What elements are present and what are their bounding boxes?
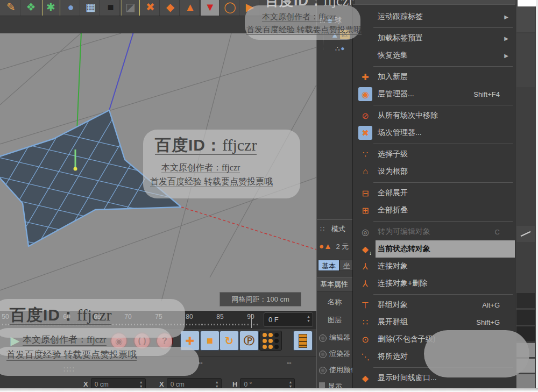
keyframe-dots-button[interactable] [259,331,282,351]
frame-stepper[interactable]: ▲▼ [307,315,310,323]
grid-spacing-label: 网格间距：100 cm [220,292,301,307]
particles-blob-icon: ● [341,45,344,52]
menu-item-0[interactable]: 运动跟踪标签▶ [353,8,515,25]
rotate-tool-button[interactable]: ↻ [220,331,239,351]
attribute-row-4[interactable]: 使用颜色 [319,365,355,375]
watermark-line3-center: 首发百度经验 转载要点赞投票哦 [150,176,273,188]
menu-item-label: 层管理器... [378,89,414,99]
panel-block [516,293,535,308]
timeline-frame-90[interactable]: 90 [243,313,259,320]
menu-item-label: 设为根部 [378,167,408,176]
menu-item-3[interactable]: 恢复选集▶ [353,47,515,64]
watermark-line3-bottom: 首发百度经验 转载要点赞投票哦 [6,348,137,361]
coord-system-button[interactable]: Ⓟ [239,331,259,351]
menu-item-8[interactable]: ⊘从所有场次中移除 [353,107,515,124]
spline-preview-block [516,226,535,242]
expand-group-icon: ∷ [358,315,372,329]
tab-coord[interactable]: 坐 [339,260,354,271]
tab-basic[interactable]: 基本 [318,260,339,271]
menu-item-label: 加入新层 [378,72,408,82]
frame-number-field[interactable]: 0 F ▲▼ [264,312,313,327]
watermark-big-center: 百度ID：ffjczr [155,134,257,156]
menu-item-label: 全部展开 [378,188,408,198]
menu-item-label: 转为可编辑对象 [378,227,430,237]
coord-axis-label: H [232,380,237,388]
menu-item-6[interactable]: ◉层管理器...Shift+F4 [353,85,515,103]
make-editable-icon: ◎ [358,225,372,239]
menu-item-9[interactable]: ✖场次管理器... [353,124,515,141]
spline-pen-icon[interactable]: ✎ [2,0,20,16]
menu-item-label: 全部折叠 [378,205,408,215]
menu-item-label: 运动跟踪标签 [378,12,423,22]
menu-item-15[interactable]: ⊞全部折叠 [353,202,515,219]
spline-curve-icon [521,231,531,237]
mode-header[interactable]: ∷ 模式 [320,224,355,234]
menu-item-19[interactable]: ⅄连接对象 [353,258,515,275]
section-basic-properties[interactable]: 基本属性 [317,277,355,292]
camera-tool-icon[interactable]: ■ [102,0,120,16]
menu-shortcut: C [495,228,500,236]
timeline-frame-85[interactable]: 85 [212,313,228,320]
dots-grid-icon: ∷ [320,225,325,233]
coord-stepper[interactable]: ▲▼ [139,380,143,389]
menu-item-11[interactable]: ∵选择子级 [353,146,515,163]
green-primitive-alt-icon[interactable]: ✱ [42,0,60,16]
menu-item-17[interactable]: ◎转为可编辑对象C [353,223,515,240]
x-axis-red [181,207,316,250]
attribute-row-0[interactable]: 名称 [328,297,355,307]
attribute-manager-panel: ∷ 模式 ●▲ 2 元 基本坐 基本属性 名称图层编辑器渲染器使用颜色显示 [316,219,355,392]
menu-item-20[interactable]: ⅄连接对象+删除 [353,275,515,292]
radio-icon[interactable] [319,367,327,374]
green-primitive-icon[interactable]: ❖ [22,0,40,16]
coord-stepper[interactable]: ▲▼ [215,380,219,389]
menu-item-label: 连接对象 [378,261,408,271]
cube-tool-icon[interactable]: ◪ [122,0,140,16]
current-state-to-object-icon: ◆↓ [358,242,372,256]
watermark-big-cut: 百度ID：ffjczr [265,0,353,10]
menu-separator [353,141,515,146]
right-side-panel-strip [515,0,536,392]
menu-item-23[interactable]: ∷展开群组Shift+G [353,313,515,331]
checkbox-icon[interactable] [319,382,325,388]
radio-icon[interactable] [319,334,327,342]
radio-icon[interactable] [319,351,327,358]
object-origin-dot [74,167,77,171]
panel-block [516,6,535,32]
array-tool-icon[interactable]: ▦ [82,0,100,16]
attribute-row-1[interactable]: 图层 [328,315,355,325]
menu-item-2[interactable]: 加载标签预置▶ [353,30,515,47]
menu-item-14[interactable]: ⊟全部展开 [353,184,515,202]
connect-objects-delete-icon: ⅄ [358,276,372,290]
menu-item-label: 当前状态转对象 [378,244,430,254]
attribute-row-3[interactable]: 渲染器 [319,349,355,359]
menu-shortcut: Shift+G [476,318,500,326]
menu-item-label: 群组对象 [378,300,408,310]
menu-item-label: 将所选对 [378,352,408,361]
menu-item-label: 从所有场次中移除 [378,111,438,120]
unfold-all-icon: ⊟ [358,186,372,200]
menu-shortcut: Shift+F4 [473,90,500,98]
menu-separator [353,219,515,223]
icon-overlay-arrow: ↓ [369,250,372,256]
group-objects-icon: ⊤ [358,298,372,312]
menu-separator [353,180,515,184]
torus-tool-icon[interactable]: ◯ [221,0,239,16]
joint-tool-icon[interactable]: ✖ [141,0,160,16]
sphere-tool-icon[interactable]: ● [62,0,80,16]
c4d-window: ✎❖✱●▦■◪✖◆▲▼◯▶ [0,0,538,392]
attribute-row-2[interactable]: 编辑器 [319,333,355,343]
menu-item-12[interactable]: ⌂设为根部 [353,163,515,180]
menu-shortcut: Alt+G [482,301,500,309]
deformer-diamond-icon[interactable]: ◆ [161,0,180,16]
scale-tool-button[interactable]: ■ [200,331,220,351]
menu-item-18[interactable]: ◆↓当前状态转对象 [353,240,515,258]
red-triangle-tool-icon[interactable]: ▼ [201,0,220,16]
fold-all-icon: ⊞ [358,203,372,217]
menu-item-5[interactable]: ✚加入新层 [353,68,515,85]
menu-item-label: 恢复选集 [378,51,408,60]
filmstrip-button[interactable] [293,331,313,351]
take-manager-icon: ✖ [358,126,372,140]
deformer-cone-icon[interactable]: ▲ [181,0,200,16]
menu-item-22[interactable]: ⊤群组对象Alt+G [353,296,515,313]
coord-stepper[interactable]: ▲▼ [288,380,292,389]
